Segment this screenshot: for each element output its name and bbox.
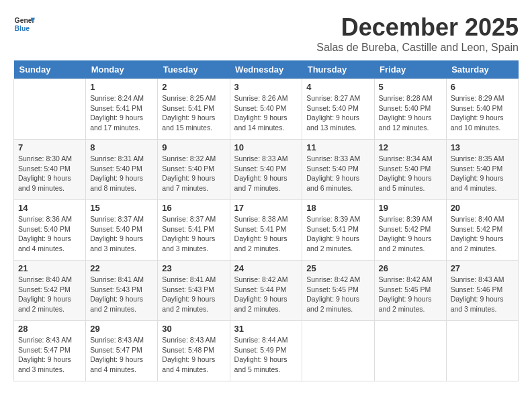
day-number: 23: [162, 263, 225, 273]
day-info: Sunrise: 8:37 AMSunset: 5:41 PMDaylight:…: [162, 214, 225, 254]
day-info: Sunrise: 8:43 AMSunset: 5:47 PMDaylight:…: [90, 335, 153, 375]
day-info: Sunrise: 8:40 AMSunset: 5:42 PMDaylight:…: [451, 214, 514, 254]
calendar-cell: 31Sunrise: 8:44 AMSunset: 5:49 PMDayligh…: [230, 321, 302, 381]
weekday-header: Friday: [374, 60, 446, 79]
calendar-cell: 4Sunrise: 8:27 AMSunset: 5:40 PMDaylight…: [302, 79, 374, 140]
day-info: Sunrise: 8:41 AMSunset: 5:43 PMDaylight:…: [162, 275, 225, 314]
day-info: Sunrise: 8:39 AMSunset: 5:41 PMDaylight:…: [306, 214, 369, 254]
day-info: Sunrise: 8:28 AMSunset: 5:40 PMDaylight:…: [379, 93, 442, 133]
day-number: 11: [306, 142, 369, 152]
day-info: Sunrise: 8:43 AMSunset: 5:46 PMDaylight:…: [451, 275, 514, 314]
day-number: 14: [18, 203, 81, 213]
day-number: 6: [451, 82, 514, 92]
weekday-header: Saturday: [446, 60, 518, 79]
weekday-header: Monday: [86, 60, 158, 79]
day-number: 2: [162, 82, 225, 92]
day-info: Sunrise: 8:33 AMSunset: 5:40 PMDaylight:…: [234, 154, 298, 193]
calendar-cell: 27Sunrise: 8:43 AMSunset: 5:46 PMDayligh…: [446, 261, 518, 321]
day-number: 31: [234, 324, 298, 334]
day-number: 10: [234, 142, 298, 152]
day-number: 1: [90, 82, 153, 92]
calendar-cell: 6Sunrise: 8:29 AMSunset: 5:40 PMDaylight…: [446, 79, 518, 140]
calendar-week-row: 28Sunrise: 8:43 AMSunset: 5:47 PMDayligh…: [14, 321, 519, 381]
day-info: Sunrise: 8:39 AMSunset: 5:42 PMDaylight:…: [379, 214, 442, 254]
day-number: 8: [90, 142, 153, 152]
day-info: Sunrise: 8:29 AMSunset: 5:40 PMDaylight:…: [451, 93, 514, 133]
calendar-header-row: SundayMondayTuesdayWednesdayThursdayFrid…: [14, 60, 519, 79]
day-number: 25: [306, 263, 369, 273]
day-number: 22: [90, 263, 153, 273]
calendar-week-row: 1Sunrise: 8:24 AMSunset: 5:41 PMDaylight…: [14, 79, 519, 140]
day-number: 19: [379, 203, 442, 213]
calendar-cell: 15Sunrise: 8:37 AMSunset: 5:40 PMDayligh…: [86, 200, 158, 261]
day-info: Sunrise: 8:30 AMSunset: 5:40 PMDaylight:…: [18, 154, 81, 193]
day-info: Sunrise: 8:43 AMSunset: 5:48 PMDaylight:…: [162, 335, 225, 375]
day-info: Sunrise: 8:41 AMSunset: 5:43 PMDaylight:…: [90, 275, 153, 314]
day-info: Sunrise: 8:33 AMSunset: 5:40 PMDaylight:…: [306, 154, 369, 193]
calendar-cell: 5Sunrise: 8:28 AMSunset: 5:40 PMDaylight…: [374, 79, 446, 140]
day-info: Sunrise: 8:37 AMSunset: 5:40 PMDaylight:…: [90, 214, 153, 254]
calendar-cell: 26Sunrise: 8:42 AMSunset: 5:45 PMDayligh…: [374, 261, 446, 321]
day-number: 24: [234, 263, 298, 273]
day-info: Sunrise: 8:36 AMSunset: 5:40 PMDaylight:…: [18, 214, 81, 254]
calendar-cell: 20Sunrise: 8:40 AMSunset: 5:42 PMDayligh…: [446, 200, 518, 261]
calendar-week-row: 21Sunrise: 8:40 AMSunset: 5:42 PMDayligh…: [14, 261, 519, 321]
month-title: December 2025: [316, 13, 519, 42]
page-header: General Blue December 2025 Salas de Bure…: [13, 13, 519, 54]
logo: General Blue: [13, 13, 35, 35]
weekday-header: Tuesday: [158, 60, 230, 79]
calendar-cell: 17Sunrise: 8:38 AMSunset: 5:41 PMDayligh…: [230, 200, 302, 261]
calendar-cell: 18Sunrise: 8:39 AMSunset: 5:41 PMDayligh…: [302, 200, 374, 261]
day-info: Sunrise: 8:42 AMSunset: 5:44 PMDaylight:…: [234, 275, 298, 314]
day-info: Sunrise: 8:24 AMSunset: 5:41 PMDaylight:…: [90, 93, 153, 133]
day-info: Sunrise: 8:26 AMSunset: 5:40 PMDaylight:…: [234, 93, 298, 133]
calendar-cell: 24Sunrise: 8:42 AMSunset: 5:44 PMDayligh…: [230, 261, 302, 321]
day-number: 15: [90, 203, 153, 213]
day-number: 27: [451, 263, 514, 273]
calendar-cell: 28Sunrise: 8:43 AMSunset: 5:47 PMDayligh…: [14, 321, 86, 381]
calendar-cell: 1Sunrise: 8:24 AMSunset: 5:41 PMDaylight…: [86, 79, 158, 140]
calendar-cell: 29Sunrise: 8:43 AMSunset: 5:47 PMDayligh…: [86, 321, 158, 381]
day-info: Sunrise: 8:42 AMSunset: 5:45 PMDaylight:…: [306, 275, 369, 314]
day-number: 28: [18, 324, 81, 334]
day-info: Sunrise: 8:40 AMSunset: 5:42 PMDaylight:…: [18, 275, 81, 314]
calendar-table: SundayMondayTuesdayWednesdayThursdayFrid…: [13, 60, 519, 381]
day-number: 3: [234, 82, 298, 92]
calendar-cell: 7Sunrise: 8:30 AMSunset: 5:40 PMDaylight…: [14, 140, 86, 200]
calendar-cell: 22Sunrise: 8:41 AMSunset: 5:43 PMDayligh…: [86, 261, 158, 321]
calendar-cell: 14Sunrise: 8:36 AMSunset: 5:40 PMDayligh…: [14, 200, 86, 261]
calendar-week-row: 14Sunrise: 8:36 AMSunset: 5:40 PMDayligh…: [14, 200, 519, 261]
calendar-cell: 10Sunrise: 8:33 AMSunset: 5:40 PMDayligh…: [230, 140, 302, 200]
svg-text:Blue: Blue: [15, 25, 30, 32]
day-number: 21: [18, 263, 81, 273]
day-number: 17: [234, 203, 298, 213]
day-info: Sunrise: 8:25 AMSunset: 5:41 PMDaylight:…: [162, 93, 225, 133]
day-number: 16: [162, 203, 225, 213]
location-title: Salas de Bureba, Castille and Leon, Spai…: [316, 42, 519, 54]
calendar-cell: 11Sunrise: 8:33 AMSunset: 5:40 PMDayligh…: [302, 140, 374, 200]
calendar-cell: 2Sunrise: 8:25 AMSunset: 5:41 PMDaylight…: [158, 79, 230, 140]
day-info: Sunrise: 8:42 AMSunset: 5:45 PMDaylight:…: [379, 275, 442, 314]
calendar-cell: [14, 79, 86, 140]
calendar-cell: [446, 321, 518, 381]
calendar-cell: 23Sunrise: 8:41 AMSunset: 5:43 PMDayligh…: [158, 261, 230, 321]
calendar-cell: 19Sunrise: 8:39 AMSunset: 5:42 PMDayligh…: [374, 200, 446, 261]
day-info: Sunrise: 8:34 AMSunset: 5:40 PMDaylight:…: [379, 154, 442, 193]
calendar-cell: [374, 321, 446, 381]
day-info: Sunrise: 8:31 AMSunset: 5:40 PMDaylight:…: [90, 154, 153, 193]
calendar-cell: 3Sunrise: 8:26 AMSunset: 5:40 PMDaylight…: [230, 79, 302, 140]
calendar-cell: 12Sunrise: 8:34 AMSunset: 5:40 PMDayligh…: [374, 140, 446, 200]
day-info: Sunrise: 8:38 AMSunset: 5:41 PMDaylight:…: [234, 214, 298, 254]
day-number: 12: [379, 142, 442, 152]
day-number: 26: [379, 263, 442, 273]
calendar-week-row: 7Sunrise: 8:30 AMSunset: 5:40 PMDaylight…: [14, 140, 519, 200]
calendar-cell: 21Sunrise: 8:40 AMSunset: 5:42 PMDayligh…: [14, 261, 86, 321]
day-number: 4: [306, 82, 369, 92]
day-info: Sunrise: 8:44 AMSunset: 5:49 PMDaylight:…: [234, 335, 298, 375]
day-info: Sunrise: 8:43 AMSunset: 5:47 PMDaylight:…: [18, 335, 81, 375]
calendar-cell: 8Sunrise: 8:31 AMSunset: 5:40 PMDaylight…: [86, 140, 158, 200]
day-number: 20: [451, 203, 514, 213]
calendar-cell: 16Sunrise: 8:37 AMSunset: 5:41 PMDayligh…: [158, 200, 230, 261]
day-number: 5: [379, 82, 442, 92]
calendar-cell: 25Sunrise: 8:42 AMSunset: 5:45 PMDayligh…: [302, 261, 374, 321]
